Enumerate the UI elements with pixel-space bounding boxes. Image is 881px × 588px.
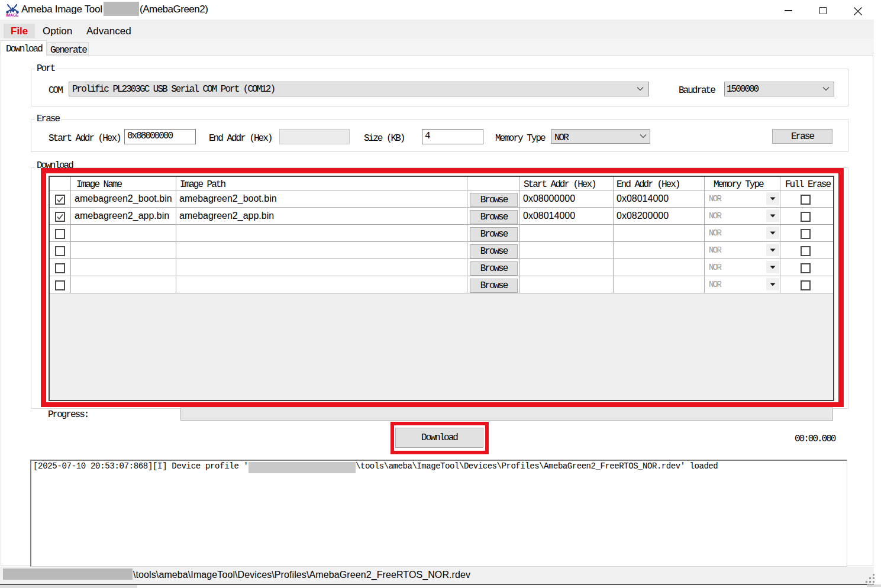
svg-text:IMAGE: IMAGE — [6, 13, 19, 17]
